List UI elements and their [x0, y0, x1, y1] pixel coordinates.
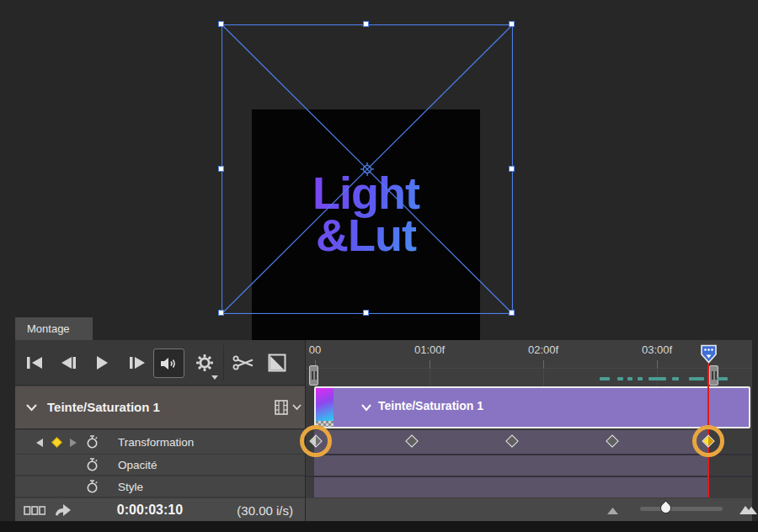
render-video-button[interactable] [53, 501, 73, 522]
transform-handle-mid-right[interactable] [509, 166, 515, 172]
add-keyframe-button[interactable] [53, 439, 61, 446]
timeline-settings-button[interactable] [193, 350, 216, 375]
gear-icon [195, 354, 214, 372]
playhead-marker[interactable] [700, 344, 718, 367]
cached-frames-indicator [718, 377, 728, 380]
cached-frames-indicator [638, 377, 643, 380]
annotation-ring [692, 425, 724, 457]
play-icon [95, 356, 109, 370]
playhead-head-icon [700, 344, 718, 364]
mute-audio-button[interactable] [153, 348, 184, 378]
cached-frames-indicator [600, 377, 610, 380]
zoom-out-mountain-icon[interactable] [606, 506, 619, 515]
ruler-label-00: 00 [309, 343, 321, 356]
ruler-tick [430, 360, 430, 368]
clip-thumbnail [316, 388, 334, 427]
transform-handle-top-left[interactable] [218, 21, 224, 27]
lane-separator [306, 476, 752, 477]
gear-dropdown-caret-icon [211, 375, 218, 380]
skip-start-icon [26, 357, 43, 369]
track-label: Transformation [118, 436, 194, 449]
next-frame-icon [129, 357, 146, 369]
annotation-ring [300, 425, 332, 457]
scissors-icon [232, 354, 254, 371]
next-keyframe-icon [70, 439, 77, 447]
track-row-opacity[interactable]: Opacité [15, 455, 305, 476]
lane-opacity[interactable] [314, 455, 708, 476]
transform-handle-bottom-right[interactable] [509, 310, 515, 316]
framerate-label: (30.00 i/s) [209, 503, 293, 518]
video-track-icon[interactable] [275, 400, 290, 415]
lane-separator [306, 454, 752, 455]
transition-icon [268, 354, 286, 372]
export-arrow-icon [53, 501, 73, 519]
convert-to-frame-animation-button[interactable] [24, 504, 45, 519]
track-row-style[interactable]: Style [15, 476, 305, 497]
timeline-panel: Teinte/Saturation 1 [15, 340, 752, 521]
keyframe-lanes [306, 429, 752, 497]
ruler-label-02:00f: 02:00f [528, 343, 558, 356]
clip-row: Teinte/Saturation 1 [306, 386, 752, 429]
current-timecode: 0:00:03:10 [99, 503, 200, 518]
layer-header-row[interactable]: Teinte/Saturation 1 [15, 386, 305, 429]
work-area-strip[interactable] [306, 368, 752, 386]
previous-keyframe-icon [36, 439, 43, 447]
transform-handle-bottom-left[interactable] [218, 310, 224, 316]
clip-teinte-saturation[interactable]: Teinte/Saturation 1 [314, 386, 750, 428]
cached-frames-indicator [672, 377, 679, 380]
work-strip-gridline [543, 369, 544, 387]
next-frame-button[interactable] [125, 350, 149, 375]
tab-montage[interactable]: Montage [15, 317, 93, 340]
next-keyframe-button[interactable] [70, 439, 77, 447]
play-button[interactable] [90, 350, 114, 375]
ruler-label-03:00f: 03:00f [642, 343, 672, 356]
window-bottom-edge [0, 521, 758, 532]
zoom-in-mountain-icon[interactable] [739, 503, 758, 515]
timeline-status-bar: 0:00:03:10 (30.00 i/s) [15, 498, 305, 521]
cached-frames-indicator [649, 377, 666, 380]
photoshop-window: Light &Lut Montage [0, 0, 758, 532]
stopwatch-icon[interactable] [86, 480, 99, 494]
transform-bounding-box[interactable] [222, 24, 513, 314]
ruler-label-01:00f: 01:00f [414, 343, 445, 356]
split-at-playhead-button[interactable] [232, 350, 255, 375]
stopwatch-icon[interactable] [86, 435, 99, 450]
toolbar-divider [223, 345, 224, 380]
transition-button[interactable] [265, 350, 289, 375]
cached-frames-indicator [689, 377, 704, 380]
speaker-icon [160, 356, 178, 371]
cached-frames-indicator [627, 377, 633, 380]
ruler-tick [543, 360, 544, 368]
clip-name: Teinte/Saturation 1 [378, 399, 483, 412]
previous-frame-button[interactable] [57, 350, 81, 375]
go-to-first-frame-button[interactable] [23, 350, 46, 375]
work-area-start-bracket[interactable] [309, 365, 318, 386]
ruler-tick [657, 360, 658, 368]
track-label: Opacité [118, 459, 157, 471]
layer-name: Teinte/Saturation 1 [47, 400, 160, 414]
transform-handle-top-center[interactable] [363, 21, 369, 27]
timeline-zoom-bar [306, 498, 752, 521]
track-options-chevron-icon[interactable] [292, 404, 302, 411]
collapse-chevron-icon[interactable] [26, 404, 37, 412]
work-area-end-bracket[interactable] [709, 365, 718, 386]
tab-montage-label: Montage [27, 322, 70, 335]
keyframe-diamond-icon [51, 437, 62, 448]
transform-handle-bottom-center[interactable] [363, 310, 369, 316]
timeline-toolbar [15, 340, 305, 386]
time-ruler[interactable]: 0001:00f02:00f03:00f [306, 340, 752, 368]
previous-keyframe-button[interactable] [36, 439, 43, 447]
previous-frame-icon [61, 357, 77, 369]
clip-collapse-chevron-icon[interactable] [361, 404, 371, 412]
track-label: Style [118, 481, 143, 493]
timeline-zoom-slider-thumb[interactable] [658, 500, 673, 515]
timeline-zoom-slider-track[interactable] [640, 507, 723, 511]
stopwatch-icon[interactable] [86, 458, 99, 472]
work-strip-gridline [430, 369, 430, 387]
lane-style[interactable] [314, 477, 708, 497]
transform-handle-top-right[interactable] [509, 21, 515, 27]
transform-handle-mid-left[interactable] [218, 166, 224, 172]
track-row-transformation[interactable]: Transformation [15, 430, 305, 455]
cached-frames-indicator [617, 377, 623, 380]
frames-icon [24, 505, 45, 516]
